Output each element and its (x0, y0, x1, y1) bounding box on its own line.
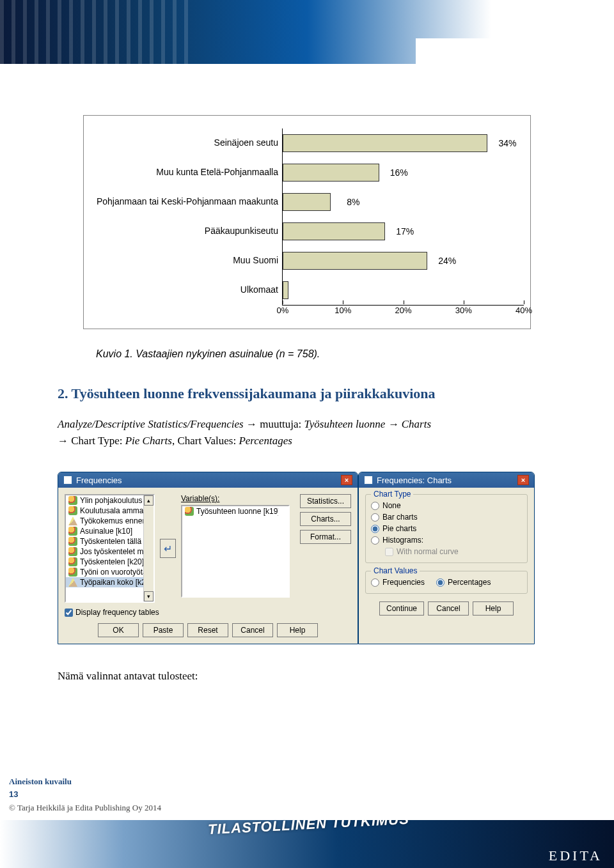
paste-button[interactable]: Paste (143, 623, 184, 637)
list-item[interactable]: Työskentelen [k20] (66, 557, 143, 567)
close-icon[interactable]: × (341, 475, 352, 485)
cat-label: Pohjanmaan tai Keski-Pohjanmaan maakunta (97, 197, 278, 206)
figure-caption: Kuvio 1. Vastaajien nykyinen asuinalue (… (96, 348, 556, 360)
dialog-title-bar[interactable]: Frequencies: Charts × (359, 472, 534, 488)
close-icon[interactable]: × (517, 475, 529, 485)
help-button[interactable]: Help (277, 623, 318, 637)
nominal-var-icon (68, 537, 77, 546)
check-normal: With normal curve (385, 546, 522, 557)
cancel-button[interactable]: Cancel (428, 601, 469, 616)
nominal-var-icon (68, 547, 77, 556)
chart-x-axis: 0% 10% 20% 30% 40% (282, 306, 524, 322)
scroll-up-icon[interactable]: ▴ (144, 495, 154, 506)
list-item[interactable]: Koulutusala ammattik... (66, 506, 143, 516)
dialog-icon (63, 476, 72, 484)
bar-value: 34% (498, 138, 516, 148)
bar-chart: Seinäjoen seutu Muu kunta Etelä-Pohjanma… (83, 115, 531, 329)
format...-button[interactable]: Format... (300, 530, 351, 544)
list-item[interactable]: Työni on vuorotyötä [... (66, 567, 143, 577)
bar-value: 24% (438, 256, 456, 266)
list-item[interactable]: Työsuhteen luonne [k19] (182, 506, 278, 516)
radio-none[interactable]: None (371, 500, 522, 511)
frequencies-dialog: Frequencies × Ylin pohjakoulutus en...Ko… (58, 472, 358, 644)
cat-label: Ulkomaat (240, 285, 278, 295)
bar-value: 8% (347, 197, 359, 207)
source-variables-list[interactable]: Ylin pohjakoulutus en...Koulutusala amma… (65, 494, 155, 603)
cat-label: Seinäjoen seutu (214, 138, 278, 148)
brand-tilastollinen: TILASTOLLINEN TUTKIMUS (208, 820, 410, 838)
cat-label: Pääkaupunkiseutu (205, 226, 278, 236)
target-variables-list[interactable]: Työsuhteen luonne [k19] (181, 505, 290, 598)
chart-y-labels: Seinäjoen seutu Muu kunta Etelä-Pohjanma… (90, 128, 282, 322)
radio-pie[interactable]: Pie charts (371, 523, 522, 534)
charts...-button[interactable]: Charts... (300, 512, 351, 526)
chart-values-group: Chart Values Frequencies Percentages (365, 571, 528, 594)
reset-button[interactable]: Reset (187, 623, 228, 637)
radio-freq[interactable]: Frequencies (371, 577, 425, 588)
radio-bar[interactable]: Bar charts (371, 511, 522, 523)
cat-label: Muu kunta Etelä-Pohjanmaalla (156, 167, 278, 177)
list-item[interactable]: Ylin pohjakoulutus en... (66, 495, 143, 506)
ok-button[interactable]: OK (98, 623, 139, 637)
list-item[interactable]: Asuinalue [k10] (66, 526, 143, 536)
nominal-var-icon (68, 527, 77, 536)
copyright: © Tarja Heikkilä ja Edita Publishing Oy … (9, 802, 605, 815)
nominal-var-icon (185, 507, 194, 516)
continue-button[interactable]: Continue (379, 601, 424, 616)
dialog-title: Frequencies (76, 476, 122, 485)
chart-type-group: Chart Type None Bar charts Pie charts Hi… (365, 494, 528, 563)
display-freq-checkbox[interactable]: Display frequency tables (65, 608, 351, 617)
list-item[interactable]: Jos työskentelet maa... (66, 546, 143, 557)
help-button[interactable]: Help (473, 601, 514, 616)
bar-value: 17% (396, 226, 414, 236)
frequencies-charts-dialog: Frequencies: Charts × Chart Type None Ba… (358, 472, 535, 644)
brand-edita: EDITA (549, 848, 602, 864)
scale-var-icon (68, 516, 77, 525)
body-text: Analyze/Descriptive Statistics/Frequenci… (58, 416, 556, 449)
list-item[interactable]: Työpaikan koko [k22] (66, 577, 143, 587)
list-item[interactable]: Työskentelen tällä he... (66, 536, 143, 546)
scrollbar[interactable]: ▴ ▾ (143, 495, 154, 601)
bar-value: 16% (390, 167, 408, 178)
nominal-var-icon (68, 496, 77, 505)
statistics...-button[interactable]: Statistics... (300, 494, 351, 508)
chart-plot-area: 34% 16% 8% 17% 24% (282, 128, 524, 306)
header-banner (0, 0, 614, 64)
dialog-title: Frequencies: Charts (377, 476, 452, 485)
transfer-button[interactable]: ↵ (160, 539, 176, 558)
dialog-title-bar[interactable]: Frequencies × (58, 472, 358, 488)
page-footer: Aineiston kuvailu 13 © Tarja Heikkilä ja… (0, 775, 614, 868)
footer-title: Aineiston kuvailu (9, 775, 605, 789)
cancel-button[interactable]: Cancel (232, 623, 273, 637)
page-number: 13 (9, 788, 605, 802)
radio-pct[interactable]: Percentages (436, 577, 491, 588)
nominal-var-icon (68, 568, 77, 577)
cat-label: Muu Suomi (233, 256, 278, 265)
section-heading: 2. Työsuhteen luonne frekvenssijakaumana… (58, 385, 556, 402)
variables-label: Variable(s): (181, 494, 290, 503)
nominal-var-icon (68, 506, 77, 515)
scale-var-icon (68, 578, 77, 587)
note-text: Nämä valinnat antavat tulosteet: (58, 670, 556, 683)
radio-hist[interactable]: Histograms: (371, 534, 522, 546)
nominal-var-icon (68, 557, 77, 566)
dialog-icon (364, 476, 373, 484)
list-item[interactable]: Työkokemus ennen a... (66, 516, 143, 526)
scroll-down-icon[interactable]: ▾ (144, 591, 154, 601)
